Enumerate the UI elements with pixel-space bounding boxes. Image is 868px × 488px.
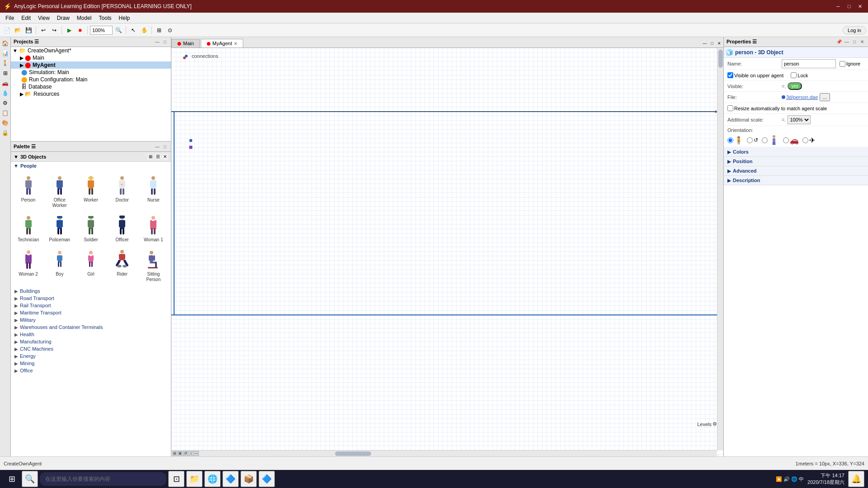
- taskbar-notifications[interactable]: 🔔: [848, 471, 864, 487]
- taskbar-explorer[interactable]: 📁: [186, 471, 203, 487]
- taskbar-task-view[interactable]: ⊡: [168, 471, 184, 487]
- grid-button[interactable]: ⊞: [154, 25, 164, 35]
- orient-radio-5[interactable]: ✈: [802, 136, 815, 145]
- palette-military[interactable]: ▶ Military: [11, 316, 171, 324]
- maximize-button[interactable]: □: [844, 3, 854, 10]
- palette-icon-btn[interactable]: 🎨: [1, 118, 10, 127]
- h-scroll-thumb[interactable]: [335, 451, 371, 456]
- prop-minimize-btn[interactable]: —: [844, 39, 850, 45]
- palette-energy[interactable]: ▶ Energy: [11, 352, 171, 360]
- projects-expand-btn[interactable]: □: [162, 39, 168, 45]
- orient-radio-input-2[interactable]: [747, 137, 753, 143]
- orient-radio-3[interactable]: [762, 135, 779, 145]
- save-button[interactable]: 💾: [24, 25, 33, 35]
- nav-btn-3[interactable]: ↺: [183, 451, 188, 456]
- tree-item-run[interactable]: ⬤ Run Configuration: Main: [11, 76, 171, 83]
- palette-item-girl[interactable]: Girl: [76, 247, 105, 285]
- redo-button[interactable]: ↪: [49, 25, 59, 35]
- palette-cnc[interactable]: ▶ CNC Machines: [11, 345, 171, 352]
- prop-scale-select[interactable]: 100% 50% 200%: [788, 115, 811, 124]
- zoom-in-button[interactable]: 🔍: [113, 25, 123, 35]
- palette-item-office-worker[interactable]: Office Worker: [45, 173, 74, 211]
- menu-help[interactable]: Help: [115, 14, 134, 22]
- palette-item-person[interactable]: Person: [14, 173, 43, 211]
- prop-name-input[interactable]: [782, 59, 836, 68]
- editor-maximize-btn[interactable]: □: [709, 40, 715, 47]
- taskbar-edge[interactable]: 🔷: [222, 471, 239, 487]
- agent-point1[interactable]: [189, 138, 193, 144]
- prop-visible-toggle[interactable]: yes: [788, 82, 802, 90]
- palette-rail-transport[interactable]: ▶ Rail Transport: [11, 302, 171, 309]
- tab-main[interactable]: ⬤ Main: [171, 39, 200, 47]
- projects-minimize-btn[interactable]: —: [154, 39, 160, 45]
- undo-button[interactable]: ↩: [38, 25, 48, 35]
- taskbar-app2[interactable]: 🔷: [259, 471, 275, 487]
- palette-warehouses[interactable]: ▶ Warehouses and Container Terminals: [11, 324, 171, 331]
- palette-item-boy[interactable]: Boy: [45, 247, 74, 285]
- hand-tool-button[interactable]: ✋: [139, 25, 149, 35]
- prop-maximize-btn[interactable]: □: [851, 39, 858, 45]
- palette-buildings[interactable]: ▶ Buildings: [11, 287, 171, 295]
- nav-btn-5[interactable]: ↔: [194, 451, 199, 456]
- palette-maritime[interactable]: ▶ Maritime Transport: [11, 309, 171, 316]
- orient-radio-input-3[interactable]: [762, 137, 768, 143]
- orient-radio-2[interactable]: ↺: [747, 137, 758, 143]
- run-button[interactable]: ▶: [64, 25, 74, 35]
- lock-icon-btn[interactable]: 🔒: [1, 128, 10, 137]
- vertical-scrollbar[interactable]: [717, 48, 723, 450]
- prop-file-browse-btn[interactable]: …: [820, 93, 830, 101]
- palette-grid-view-btn[interactable]: ⊞: [147, 154, 154, 160]
- taskbar-search-input[interactable]: [40, 472, 166, 486]
- prop-ignore-checkbox[interactable]: [840, 61, 845, 67]
- prop-file-value[interactable]: 3d/person.dae: [786, 94, 818, 100]
- palette-item-rider[interactable]: Rider: [108, 247, 137, 285]
- palette-item-worker[interactable]: Worker: [76, 173, 105, 211]
- editor-close-btn[interactable]: ✕: [716, 40, 722, 47]
- palette-minimize-btn[interactable]: —: [154, 144, 160, 150]
- horizontal-scrollbar[interactable]: ⊟ ⊞ ↺ ↕ ↔: [171, 450, 717, 456]
- tab-myagent[interactable]: ⬤ MyAgent ✕: [201, 39, 243, 47]
- drop-icon-btn[interactable]: 💧: [1, 89, 10, 98]
- tree-item-db[interactable]: 🗄 Database: [11, 83, 171, 90]
- orient-radio-4[interactable]: 🚗: [783, 136, 799, 145]
- zoom-input[interactable]: 100%: [90, 26, 113, 35]
- tree-item-myagent[interactable]: ▶ ⬤ MyAgent: [11, 61, 171, 69]
- prop-pin-btn[interactable]: 📌: [836, 39, 842, 45]
- palette-item-nurse[interactable]: Nurse: [139, 173, 168, 211]
- list-icon-btn[interactable]: 📋: [1, 108, 10, 117]
- palette-health[interactable]: ▶ Health: [11, 331, 171, 338]
- prop-close-btn[interactable]: ✕: [859, 39, 865, 45]
- person-icon-btn[interactable]: 🚶: [1, 59, 10, 68]
- editor-minimize-btn[interactable]: —: [702, 40, 708, 47]
- taskbar-chrome[interactable]: 🌐: [204, 471, 221, 487]
- open-button[interactable]: 📂: [13, 25, 23, 35]
- palette-mining[interactable]: ▶ Mining: [11, 360, 171, 367]
- nav-btn-1[interactable]: ⊟: [172, 451, 177, 456]
- prop-resize-checkbox[interactable]: [727, 105, 733, 111]
- tree-item-root[interactable]: ▼ 📁 CreateOwnAgent*: [11, 47, 171, 54]
- palette-people-header[interactable]: ▼ People: [11, 162, 171, 170]
- prop-visible-upper-checkbox[interactable]: [727, 72, 733, 78]
- gear-icon-btn[interactable]: ⚙: [1, 99, 10, 108]
- taskbar-app1[interactable]: 📦: [241, 471, 257, 487]
- tree-item-main[interactable]: ▶ ⬤ Main: [11, 54, 171, 61]
- login-button[interactable]: Log in: [843, 26, 866, 34]
- canvas-area[interactable]: ► connections: [171, 48, 723, 456]
- orient-radio-input-4[interactable]: [783, 137, 789, 143]
- palette-item-sitting-person[interactable]: Sitting Person: [139, 247, 168, 285]
- palette-item-soldier[interactable]: Soldier: [76, 212, 105, 245]
- prop-lock-checkbox[interactable]: [791, 72, 797, 78]
- menu-draw[interactable]: Draw: [53, 14, 73, 22]
- orient-radio-input-1[interactable]: [727, 137, 733, 143]
- nav-btn-4[interactable]: ↕: [189, 451, 193, 456]
- menu-edit[interactable]: Edit: [18, 14, 34, 22]
- tree-item-sim[interactable]: ⬤ Simulation: Main: [11, 69, 171, 76]
- palette-road-transport[interactable]: ▶ Road Transport: [11, 295, 171, 302]
- agent-icon-btn[interactable]: 🏠: [1, 39, 10, 48]
- road-icon-btn[interactable]: 🚗: [1, 79, 10, 88]
- menu-tools[interactable]: Tools: [95, 14, 115, 22]
- stop-button[interactable]: ■: [75, 25, 85, 35]
- prop-colors-section[interactable]: ▶ Colors: [724, 147, 868, 157]
- v-scroll-thumb[interactable]: [718, 50, 723, 68]
- palette-manufacturing[interactable]: ▶ Manufacturing: [11, 338, 171, 345]
